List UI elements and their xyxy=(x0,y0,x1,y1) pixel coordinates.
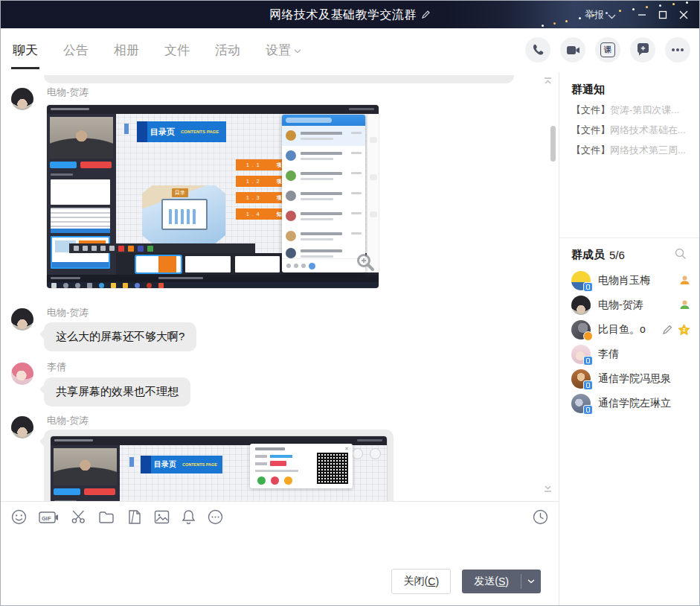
banner-title: 目录页 xyxy=(154,459,176,470)
member-name: 李倩 xyxy=(598,348,619,361)
edit-title-icon[interactable] xyxy=(421,1,431,29)
message-bubble[interactable]: 共享屏幕的效果也不理想 xyxy=(44,377,190,406)
new-topic-button[interactable] xyxy=(630,37,655,63)
send-button[interactable]: 发送(S) xyxy=(462,570,541,593)
message-history-button[interactable] xyxy=(533,509,548,528)
member-row[interactable]: 电物肖玉梅 xyxy=(571,268,692,293)
slide-banner: 目录页 CONTENTS PAGE xyxy=(141,456,222,473)
previous-message-clipped xyxy=(44,75,514,83)
screenshare-image-message[interactable]: 目录页 CONTENTS PAGE 目录 1 . 1项目描述 1 . 2项目知识… xyxy=(47,105,379,288)
tab-announcement[interactable]: 公告 xyxy=(63,42,89,59)
scrollbar-thumb[interactable] xyxy=(550,126,556,162)
more-actions-button[interactable] xyxy=(665,37,690,63)
avatar xyxy=(571,394,591,413)
group-title-text: 网络技术及基础教学交流群 xyxy=(269,8,417,21)
member-row[interactable]: 李倩 xyxy=(571,342,692,366)
sender-name: 电物-贺涛 xyxy=(47,306,89,319)
notice-item[interactable]: 【文件】贺涛-第四次课... xyxy=(571,103,692,117)
maximize-button[interactable] xyxy=(652,1,674,28)
sender-name: 电物-贺涛 xyxy=(47,86,89,99)
sender-name: 李倩 xyxy=(47,360,66,374)
notice-item[interactable]: 【文件】网络技术第三周... xyxy=(571,144,692,157)
avatar xyxy=(571,320,591,339)
voice-call-button[interactable] xyxy=(525,37,550,63)
emoji-button[interactable] xyxy=(11,509,27,525)
composer-panel: GIF 关闭(C) 发送(S) xyxy=(1,501,559,605)
screenshare-image-message[interactable]: 目录页 CONTENTS PAGE ✕ 1 . 1项目描述 xyxy=(51,436,387,501)
message-bubble[interactable]: 这么大的屏幕还不够大啊? xyxy=(44,322,196,351)
notice-item[interactable]: 【文件】网络技术基础在... xyxy=(571,124,692,137)
members-title: 群成员 xyxy=(571,248,605,262)
mobile-online-badge xyxy=(583,282,593,292)
screenshot-button[interactable] xyxy=(71,509,86,525)
chevron-down-icon xyxy=(294,49,301,54)
tab-activity[interactable]: 活动 xyxy=(215,42,240,59)
send-options-dropdown[interactable] xyxy=(521,570,541,593)
image-message-bubble[interactable]: 目录页 CONTENTS PAGE ✕ 1 . 1项目描述 xyxy=(44,430,394,501)
slide-laptop-graphic: 目录 xyxy=(142,185,225,243)
share-qr-panel: ✕ xyxy=(250,444,353,488)
banner-title: 目录页 xyxy=(150,127,175,138)
search-members-icon[interactable] xyxy=(675,248,686,262)
avatar[interactable] xyxy=(11,416,33,438)
webcam-feed xyxy=(50,117,113,159)
member-name: 通信学院左琳立 xyxy=(598,397,671,410)
tab-settings[interactable]: 设置 xyxy=(266,42,301,59)
chat-column: 电物-贺涛 xyxy=(1,72,559,605)
report-label: 举报 xyxy=(585,9,604,20)
banner-subtitle: CONTENTS PAGE xyxy=(181,130,219,134)
collapse-panel-icon[interactable] xyxy=(543,76,553,89)
qq-chatlist-overlay xyxy=(282,115,365,272)
minimize-button[interactable] xyxy=(631,1,653,28)
image-zoom-icon[interactable] xyxy=(356,252,375,272)
avatar[interactable] xyxy=(11,88,33,110)
member-row[interactable]: 通信学院左琳立 xyxy=(571,391,692,415)
avatar[interactable] xyxy=(11,363,33,385)
member-row[interactable]: 通信学院冯思泉 xyxy=(571,366,692,391)
tab-bar: 聊天 公告 相册 文件 活动 设置 课 xyxy=(1,28,699,72)
member-name: 比目鱼。o xyxy=(598,323,646,337)
chevron-down-icon xyxy=(608,14,616,19)
edit-nickname-icon[interactable] xyxy=(662,324,673,335)
report-menu[interactable]: 举报 xyxy=(585,1,616,28)
overlay-search-bar xyxy=(282,115,365,126)
slide-thumb xyxy=(51,208,110,233)
message-scroll-area[interactable]: 电物-贺涛 xyxy=(1,72,559,501)
owner-icon xyxy=(679,275,690,286)
doc-button[interactable] xyxy=(126,509,142,525)
members-count: 5/6 xyxy=(609,249,625,261)
shake-button[interactable] xyxy=(182,509,196,525)
webcam-feed xyxy=(54,448,117,485)
shot-titlebar xyxy=(47,105,379,114)
close-chat-button[interactable]: 关闭(C) xyxy=(391,569,451,594)
member-name: 通信学院冯思泉 xyxy=(598,372,671,386)
class-mode-button[interactable]: 课 xyxy=(595,37,620,63)
tab-album[interactable]: 相册 xyxy=(114,42,139,59)
avatar[interactable] xyxy=(11,308,33,331)
overlay-chat-sliver xyxy=(367,115,379,272)
member-name: 电物肖玉梅 xyxy=(598,274,650,287)
shot-window-icon xyxy=(370,448,381,459)
class-icon: 课 xyxy=(600,42,615,57)
notice-title: 群通知 xyxy=(571,83,692,97)
tab-chat[interactable]: 聊天 xyxy=(13,42,38,59)
gif-button[interactable]: GIF xyxy=(39,510,59,525)
avatar xyxy=(571,296,591,315)
laptop-tag: 目录 xyxy=(172,188,188,197)
tab-settings-label: 设置 xyxy=(266,43,291,57)
video-call-button[interactable] xyxy=(560,37,585,63)
picture-button[interactable] xyxy=(154,510,170,524)
title-bar: 网络技术及基础教学交流群 举报 xyxy=(1,1,699,28)
send-file-button[interactable] xyxy=(98,510,115,524)
close-button[interactable] xyxy=(672,1,695,28)
member-row[interactable]: 电物-贺涛 xyxy=(571,293,692,317)
windows-taskbar xyxy=(47,282,379,288)
qr-code xyxy=(317,453,348,484)
collapse-input-icon[interactable] xyxy=(543,483,553,497)
bubble-plus-icon xyxy=(636,43,650,57)
more-tools-button[interactable] xyxy=(208,509,223,525)
ellipsis-icon xyxy=(671,48,684,52)
member-row-self[interactable]: 比目鱼。o xyxy=(571,317,692,342)
tab-files[interactable]: 文件 xyxy=(164,42,190,59)
mobile-online-badge xyxy=(583,405,593,415)
